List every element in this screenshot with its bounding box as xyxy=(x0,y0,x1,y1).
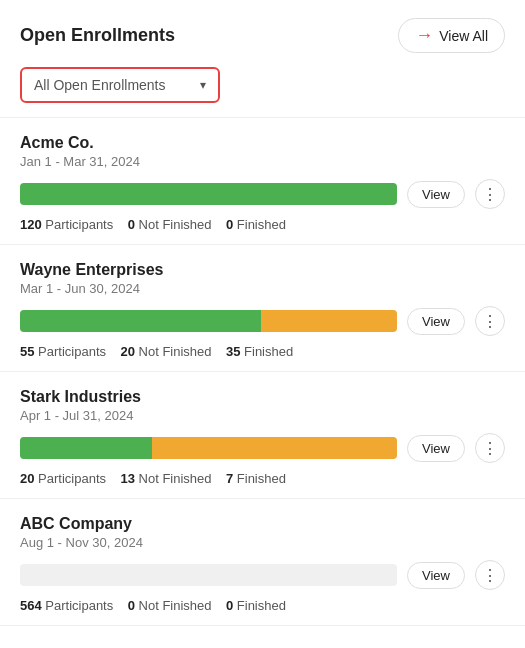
bar-row: View ⋮ xyxy=(20,306,505,336)
enrollment-dates: Jan 1 - Mar 31, 2024 xyxy=(20,154,505,169)
arrow-right-icon: → xyxy=(415,25,433,46)
more-options-button[interactable]: ⋮ xyxy=(475,306,505,336)
bar-row: View ⋮ xyxy=(20,179,505,209)
bar-green xyxy=(20,310,261,332)
page-header: Open Enrollments → View All xyxy=(0,0,525,67)
bar-orange xyxy=(152,437,397,459)
enrollment-item: ABC Company Aug 1 - Nov 30, 2024 View ⋮ … xyxy=(0,499,525,626)
stats-row: 564 Participants 0 Not Finished 0 Finish… xyxy=(20,598,505,613)
chevron-down-icon: ▾ xyxy=(200,78,206,92)
participants-count: 120 xyxy=(20,217,42,232)
enrollment-item: Wayne Enterprises Mar 1 - Jun 30, 2024 V… xyxy=(0,245,525,372)
enrollment-item: Stark Industries Apr 1 - Jul 31, 2024 Vi… xyxy=(0,372,525,499)
view-all-label: View All xyxy=(439,28,488,44)
stats-row: 120 Participants 0 Not Finished 0 Finish… xyxy=(20,217,505,232)
enrollment-name: Stark Industries xyxy=(20,388,505,406)
page-title: Open Enrollments xyxy=(20,25,175,46)
bar-row: View ⋮ xyxy=(20,560,505,590)
progress-bar xyxy=(20,310,397,332)
stats-row: 55 Participants 20 Not Finished 35 Finis… xyxy=(20,344,505,359)
bar-green xyxy=(20,437,152,459)
view-button[interactable]: View xyxy=(407,562,465,589)
participants-count: 20 xyxy=(20,471,34,486)
not-finished-count: 20 xyxy=(120,344,134,359)
view-button[interactable]: View xyxy=(407,308,465,335)
enrollment-dates: Apr 1 - Jul 31, 2024 xyxy=(20,408,505,423)
filter-dropdown[interactable]: All Open Enrollments ▾ xyxy=(20,67,220,103)
finished-count: 0 xyxy=(226,598,233,613)
view-all-button[interactable]: → View All xyxy=(398,18,505,53)
enrollment-name: ABC Company xyxy=(20,515,505,533)
view-button[interactable]: View xyxy=(407,435,465,462)
enrollment-name: Wayne Enterprises xyxy=(20,261,505,279)
filter-value: All Open Enrollments xyxy=(34,77,200,93)
stats-row: 20 Participants 13 Not Finished 7 Finish… xyxy=(20,471,505,486)
progress-bar-empty xyxy=(20,564,397,586)
bar-orange xyxy=(261,310,397,332)
not-finished-count: 13 xyxy=(120,471,134,486)
finished-count: 0 xyxy=(226,217,233,232)
view-button[interactable]: View xyxy=(407,181,465,208)
enrollments-list: Acme Co. Jan 1 - Mar 31, 2024 View ⋮ 120… xyxy=(0,118,525,626)
more-options-button[interactable]: ⋮ xyxy=(475,433,505,463)
enrollment-dates: Aug 1 - Nov 30, 2024 xyxy=(20,535,505,550)
more-options-button[interactable]: ⋮ xyxy=(475,560,505,590)
bar-green xyxy=(20,183,397,205)
bar-row: View ⋮ xyxy=(20,433,505,463)
finished-count: 7 xyxy=(226,471,233,486)
participants-count: 55 xyxy=(20,344,34,359)
participants-count: 564 xyxy=(20,598,42,613)
enrollment-item: Acme Co. Jan 1 - Mar 31, 2024 View ⋮ 120… xyxy=(0,118,525,245)
more-options-button[interactable]: ⋮ xyxy=(475,179,505,209)
progress-bar xyxy=(20,437,397,459)
finished-count: 35 xyxy=(226,344,240,359)
enrollment-dates: Mar 1 - Jun 30, 2024 xyxy=(20,281,505,296)
not-finished-count: 0 xyxy=(128,598,135,613)
not-finished-count: 0 xyxy=(128,217,135,232)
enrollment-name: Acme Co. xyxy=(20,134,505,152)
progress-bar xyxy=(20,183,397,205)
filter-bar: All Open Enrollments ▾ xyxy=(0,67,525,118)
